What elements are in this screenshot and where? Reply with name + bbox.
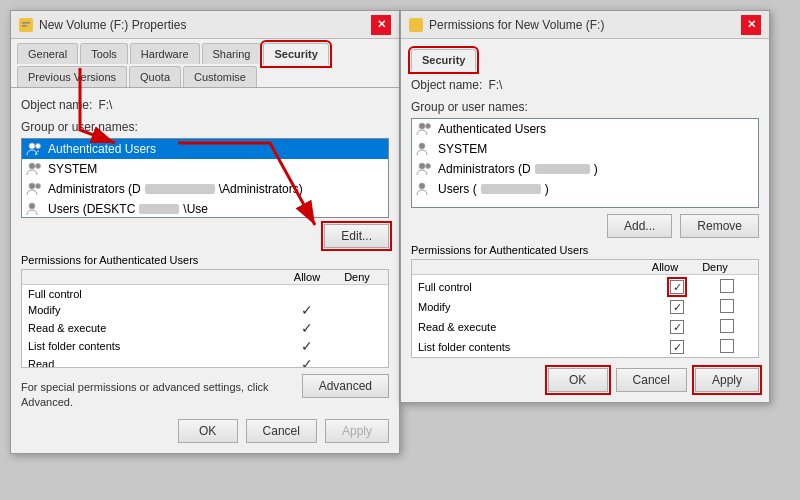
full-control-allow-checkbox[interactable]: ✓ [670,280,684,294]
right-perm-mod-name: Modify [418,301,652,313]
left-ok-button[interactable]: OK [178,419,238,443]
right-cancel-button[interactable]: Cancel [616,368,687,392]
advanced-row: For special permissions or advanced sett… [21,374,389,411]
right-tab-row: Security [411,49,759,70]
left-user-listbox[interactable]: Authenticated Users SYSTEM Administrator… [21,138,389,218]
left-title-bar-left: New Volume (F:) Properties [19,18,186,32]
perm-read-allow: ✓ [282,356,332,367]
user-users-label: Users (DESKTC [48,202,135,216]
perm-header-name [28,271,282,283]
svg-point-5 [29,163,35,169]
edit-button[interactable]: Edit... [324,224,389,248]
right-perm-full-control: Full control ✓ [412,277,758,297]
perm-re-allow: ✓ [282,320,332,336]
right-perm-fc-allow: ✓ [652,280,702,294]
right-auth-label: Authenticated Users [438,122,546,136]
group-label: Group or user names: [21,120,389,134]
perm-lf-allow: ✓ [282,338,332,354]
lf-deny-checkbox[interactable] [720,339,734,353]
user-admins-label: Administrators (D [48,182,141,196]
tab-previous-versions[interactable]: Previous Versions [17,66,127,87]
svg-point-8 [36,184,41,189]
right-system-label: SYSTEM [438,142,487,156]
perm-section-label: Permissions for Authenticated Users [21,254,389,266]
right-perm-lf-name: List folder contents [418,341,652,353]
tab-sharing[interactable]: Sharing [202,43,262,64]
right-tab-security[interactable]: Security [411,49,476,71]
user-authenticated-label: Authenticated Users [48,142,156,156]
tab-customise[interactable]: Customise [183,66,257,87]
perm-fc-name: Full control [28,288,282,300]
tab-general[interactable]: General [17,43,78,64]
user-item-system[interactable]: SYSTEM [22,159,388,179]
svg-point-3 [29,143,35,149]
right-close-button[interactable]: ✕ [741,15,761,35]
user-item-authenticated[interactable]: Authenticated Users [22,139,388,159]
left-close-button[interactable]: ✕ [371,15,391,35]
right-admin-blurred [535,164,590,174]
right-title-bar: Permissions for New Volume (F:) ✕ [401,11,769,39]
perm-mod-name: Modify [28,304,282,316]
right-object-name-label: Object name: [411,78,482,92]
svg-rect-10 [411,20,421,30]
right-auth-icon [416,121,434,137]
perm-header-deny: Deny [332,271,382,283]
right-user-authenticated[interactable]: Authenticated Users [412,119,758,139]
perm-lf-name: List folder contents [28,340,282,352]
right-title-bar-left: Permissions for New Volume (F:) [409,18,604,32]
right-perm-modify: Modify ✓ [412,297,758,317]
tab-hardware[interactable]: Hardware [130,43,200,64]
right-perm-mod-deny [702,299,752,315]
right-ok-button[interactable]: OK [548,368,608,392]
right-user-users[interactable]: Users ( ) [412,179,758,199]
right-user-system[interactable]: SYSTEM [412,139,758,159]
right-perm-fc-name: Full control [418,281,652,293]
svg-point-11 [419,123,425,129]
right-users-icon [416,181,434,197]
window-icon [19,18,33,32]
check-modify-allow: ✓ [301,302,313,318]
re-deny-checkbox[interactable] [720,319,734,333]
right-user-listbox[interactable]: Authenticated Users SYSTEM Administrator… [411,118,759,208]
perm-mod-allow: ✓ [282,302,332,318]
right-perm-header-name [418,261,640,273]
perm-list-folder: List folder contents ✓ [22,337,388,355]
left-window-title: New Volume (F:) Properties [39,18,186,32]
svg-point-7 [29,183,35,189]
svg-point-4 [36,144,41,149]
users-blurred [139,204,179,214]
perm-full-control: Full control [22,287,388,301]
full-control-deny-checkbox[interactable] [720,279,734,293]
perm-scroll[interactable]: Full control Modify ✓ Read & execute ✓ L… [22,287,388,367]
tab-quota[interactable]: Quota [129,66,181,87]
advanced-button[interactable]: Advanced [302,374,389,398]
modify-allow-checkbox[interactable]: ✓ [670,300,684,314]
modify-deny-checkbox[interactable] [720,299,734,313]
remove-button[interactable]: Remove [680,214,759,238]
add-button[interactable]: Add... [607,214,672,238]
left-cancel-button[interactable]: Cancel [246,419,317,443]
tab-tools[interactable]: Tools [80,43,128,64]
users-icon [26,201,44,217]
admin-icon [26,181,44,197]
info-text: For special permissions or advanced sett… [21,380,294,411]
re-allow-checkbox[interactable]: ✓ [670,320,684,334]
user-item-users[interactable]: Users (DESKTC \Use [22,199,388,218]
user-item-admins[interactable]: Administrators (D \Administrators) [22,179,388,199]
perm-listbox: Allow Deny Full control Modify ✓ Read & … [21,269,389,368]
svg-point-16 [419,183,425,189]
tab-security[interactable]: Security [263,43,328,65]
svg-point-9 [29,203,35,209]
left-apply-button[interactable]: Apply [325,419,389,443]
right-admin-suffix: ) [594,162,598,176]
perm-read: Read ✓ [22,355,388,367]
right-window-title: Permissions for New Volume (F:) [429,18,604,32]
user-group-icon [26,141,44,157]
svg-point-13 [419,143,425,149]
right-apply-button[interactable]: Apply [695,368,759,392]
system-icon [26,161,44,177]
right-users-name: Users ( [438,182,477,196]
right-user-admins[interactable]: Administrators (D ) [412,159,758,179]
right-perm-scroll[interactable]: Full control ✓ Modify ✓ [412,277,758,357]
lf-allow-checkbox[interactable]: ✓ [670,340,684,354]
